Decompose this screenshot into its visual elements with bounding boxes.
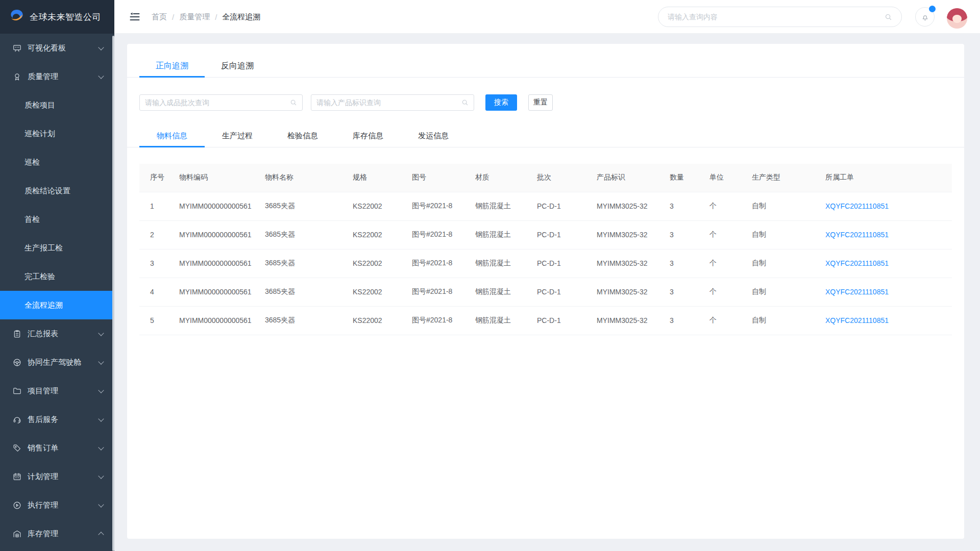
sidebar-item[interactable]: 质检项目 bbox=[0, 91, 114, 119]
sidebar-item[interactable]: 汇总报表 bbox=[0, 319, 114, 348]
table-cell: KS22002 bbox=[353, 278, 412, 306]
tab[interactable]: 反向追溯 bbox=[205, 55, 270, 77]
search-icon bbox=[461, 99, 469, 106]
breadcrumb-separator: / bbox=[172, 13, 174, 21]
batch-search-field bbox=[139, 94, 303, 111]
sidebar-collapse-button[interactable] bbox=[128, 10, 142, 23]
work-order-link[interactable]: XQYFC2021110851 bbox=[825, 249, 952, 278]
dashboard-icon bbox=[12, 43, 22, 53]
table-cell: 3685夹器 bbox=[265, 306, 353, 335]
sidebar-item[interactable]: 巡检计划 bbox=[0, 119, 114, 148]
table-cell: MYIMM3025-32 bbox=[597, 278, 670, 306]
table-cell: KS22002 bbox=[353, 192, 412, 220]
table-row: 2MYIMM0000000005613685夹器KS22002图号#2021-8… bbox=[139, 220, 952, 249]
sidebar-item[interactable]: 巡检 bbox=[0, 148, 114, 177]
sidebar-item[interactable]: 完工检验 bbox=[0, 262, 114, 291]
table-cell: 自制 bbox=[752, 192, 825, 220]
sidebar-menu: 可视化看板 质量管理 质检项目 巡检计划 巡检 质检结论设置 首检 生产报工检 … bbox=[0, 34, 114, 551]
tag-icon bbox=[12, 443, 22, 453]
sidebar-item[interactable]: 可视化看板 bbox=[0, 34, 114, 62]
table-row: 3MYIMM0000000005613685夹器KS22002图号#2021-8… bbox=[139, 249, 952, 278]
calendar-icon bbox=[12, 472, 22, 482]
chevron-down-icon bbox=[98, 502, 104, 507]
work-order-link[interactable]: XQYFC2021110851 bbox=[825, 306, 952, 335]
column-header: 批次 bbox=[537, 164, 597, 192]
column-header: 材质 bbox=[475, 164, 537, 192]
table-cell: 自制 bbox=[752, 249, 825, 278]
brand-header: 全球未来智造公司 bbox=[0, 0, 114, 34]
tab[interactable]: 正向追溯 bbox=[139, 55, 205, 77]
work-order-link[interactable]: XQYFC2021110851 bbox=[825, 278, 952, 306]
sidebar-scrollbar[interactable] bbox=[112, 36, 114, 551]
warehouse-icon bbox=[12, 529, 22, 539]
notification-button[interactable] bbox=[915, 7, 935, 27]
sidebar-item[interactable]: 销售订单 bbox=[0, 434, 114, 462]
reset-button[interactable]: 重置 bbox=[528, 94, 553, 111]
folder-icon bbox=[12, 386, 22, 396]
table-row: 1MYIMM0000000005613685夹器KS22002图号#2021-8… bbox=[139, 192, 952, 220]
sidebar-item[interactable]: 项目管理 bbox=[0, 377, 114, 405]
table-cell: 3685夹器 bbox=[265, 220, 353, 249]
search-button[interactable]: 搜索 bbox=[485, 94, 517, 111]
table-cell: 钢筋混凝土 bbox=[475, 306, 537, 335]
sidebar-item[interactable]: 售后服务 bbox=[0, 405, 114, 434]
table-cell: PC-D-1 bbox=[537, 278, 597, 306]
chevron-down-icon bbox=[98, 473, 104, 479]
product-id-search-input[interactable] bbox=[316, 98, 461, 107]
table-cell: 钢筋混凝土 bbox=[475, 220, 537, 249]
user-avatar[interactable] bbox=[947, 8, 967, 29]
sidebar-item[interactable]: 计划管理 bbox=[0, 462, 114, 491]
work-order-link[interactable]: XQYFC2021110851 bbox=[825, 192, 952, 220]
table-row: 5MYIMM0000000005613685夹器KS22002图号#2021-8… bbox=[139, 306, 952, 335]
steering-wheel-icon bbox=[12, 358, 22, 367]
table-cell: MYIMM000000000561 bbox=[179, 192, 265, 220]
tab[interactable]: 物料信息 bbox=[139, 124, 205, 147]
tab[interactable]: 库存信息 bbox=[335, 124, 401, 147]
table-cell: PC-D-1 bbox=[537, 220, 597, 249]
global-search-input[interactable] bbox=[668, 13, 885, 21]
work-order-link[interactable]: XQYFC2021110851 bbox=[825, 220, 952, 249]
table-cell: 2 bbox=[139, 220, 179, 249]
sidebar-item[interactable]: 执行管理 bbox=[0, 491, 114, 519]
breadcrumb-item[interactable]: 质量管理 bbox=[179, 12, 210, 22]
table-cell: 图号#2021-8 bbox=[412, 192, 475, 220]
sidebar-item[interactable]: 质量管理 bbox=[0, 62, 114, 91]
table-body: 1MYIMM0000000005613685夹器KS22002图号#2021-8… bbox=[139, 192, 952, 335]
sidebar-item[interactable]: 全流程追溯 bbox=[0, 291, 114, 319]
column-header: 所属工单 bbox=[825, 164, 952, 192]
tab[interactable]: 生产过程 bbox=[205, 124, 270, 147]
sidebar-item[interactable]: 生产报工检 bbox=[0, 234, 114, 262]
table-cell: KS22002 bbox=[353, 249, 412, 278]
table-cell: 1 bbox=[139, 192, 179, 220]
sidebar-item[interactable]: 质检结论设置 bbox=[0, 177, 114, 205]
table-cell: MYIMM000000000561 bbox=[179, 306, 265, 335]
medal-icon bbox=[12, 72, 22, 82]
table-cell: MYIMM3025-32 bbox=[597, 220, 670, 249]
chevron-down-icon bbox=[98, 444, 104, 450]
table-cell: MYIMM000000000561 bbox=[179, 249, 265, 278]
table-cell: 个 bbox=[709, 249, 752, 278]
chevron-down-icon bbox=[98, 359, 104, 364]
company-name: 全球未来智造公司 bbox=[30, 11, 101, 23]
sidebar-item[interactable]: 首检 bbox=[0, 205, 114, 234]
breadcrumb-item[interactable]: 首页 bbox=[152, 12, 167, 22]
report-icon bbox=[12, 329, 22, 339]
table-cell: 图号#2021-8 bbox=[412, 306, 475, 335]
sidebar-item[interactable]: 库存管理 bbox=[0, 519, 114, 548]
table-cell: PC-D-1 bbox=[537, 192, 597, 220]
tab[interactable]: 发运信息 bbox=[401, 124, 466, 147]
column-header: 规格 bbox=[353, 164, 412, 192]
table-cell: MYIMM3025-32 bbox=[597, 249, 670, 278]
table-cell: KS22002 bbox=[353, 220, 412, 249]
batch-search-input[interactable] bbox=[145, 98, 290, 107]
table-cell: 图号#2021-8 bbox=[412, 278, 475, 306]
tab[interactable]: 检验信息 bbox=[270, 124, 335, 147]
table-header-row: 序号物料编码物料名称规格图号材质批次产品标识数量单位生产类型所属工单 bbox=[139, 164, 952, 192]
sidebar-item[interactable]: 协同生产驾驶舱 bbox=[0, 348, 114, 377]
column-header: 图号 bbox=[412, 164, 475, 192]
table-cell: MYIMM3025-32 bbox=[597, 192, 670, 220]
table-cell: 自制 bbox=[752, 306, 825, 335]
breadcrumb: 首页/质量管理/全流程追溯 bbox=[152, 0, 260, 34]
table-row: 4MYIMM0000000005613685夹器KS22002图号#2021-8… bbox=[139, 278, 952, 306]
filter-bar: 搜索 重置 bbox=[139, 94, 553, 111]
